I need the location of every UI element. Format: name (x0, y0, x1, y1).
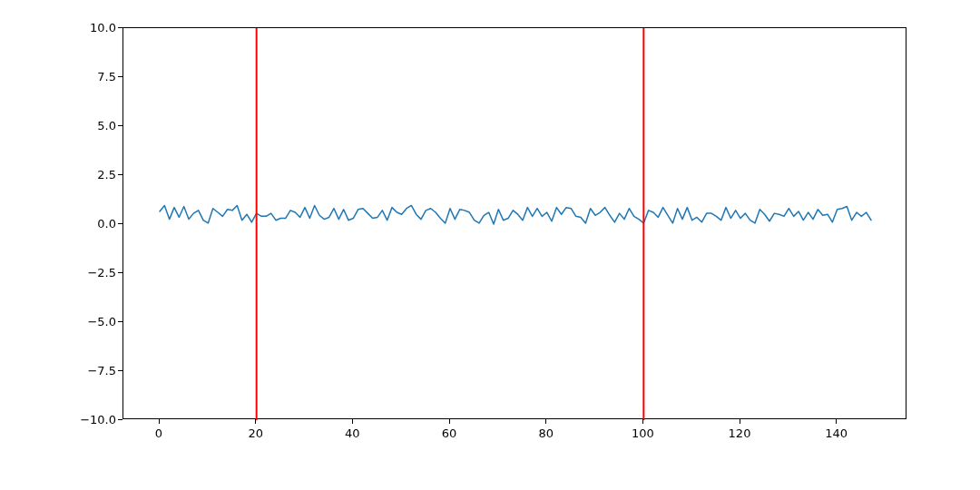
y-tick-label: 0.0 (97, 217, 116, 230)
x-tick-mark (255, 419, 256, 424)
y-tick-mark (118, 223, 122, 224)
x-tick-label: 80 (538, 426, 554, 440)
y-tick-mark (118, 272, 122, 273)
y-tick-label: 5.0 (97, 119, 116, 132)
x-tick-label: 120 (729, 426, 751, 440)
x-tick-mark (449, 419, 450, 424)
y-tick-label: 7.5 (97, 70, 116, 83)
x-tick-label: 40 (345, 426, 360, 440)
x-tick-label: 100 (632, 426, 654, 440)
y-tick-label: −7.5 (87, 364, 116, 377)
y-tick-label: −2.5 (87, 266, 116, 279)
y-tick-mark (118, 27, 122, 28)
plot-axes (122, 27, 906, 419)
y-tick-mark (118, 419, 122, 420)
x-tick-label: 140 (825, 426, 848, 440)
x-tick-mark (352, 419, 353, 424)
y-tick-label: 2.5 (97, 168, 116, 181)
data-series-line (160, 205, 871, 224)
x-tick-label: 60 (442, 426, 457, 440)
x-tick-label: 0 (155, 426, 162, 440)
y-tick-mark (118, 76, 122, 77)
x-tick-mark (740, 419, 740, 424)
y-tick-mark (118, 321, 122, 322)
y-tick-mark (118, 125, 122, 126)
x-tick-mark (545, 419, 546, 424)
x-tick-mark (836, 419, 837, 424)
y-tick-label: −5.0 (87, 315, 116, 328)
x-tick-mark (642, 419, 643, 424)
x-tick-label: 20 (248, 426, 263, 440)
y-tick-mark (118, 370, 122, 371)
x-tick-mark (159, 419, 160, 424)
figure: 0 20 40 60 80 100 120 140 −10.0 −7.5 −5.… (0, 0, 980, 490)
y-tick-mark (118, 174, 122, 175)
y-tick-label: 10.0 (90, 21, 116, 34)
y-tick-label: −10.0 (80, 413, 116, 426)
plot-svg (123, 28, 906, 418)
